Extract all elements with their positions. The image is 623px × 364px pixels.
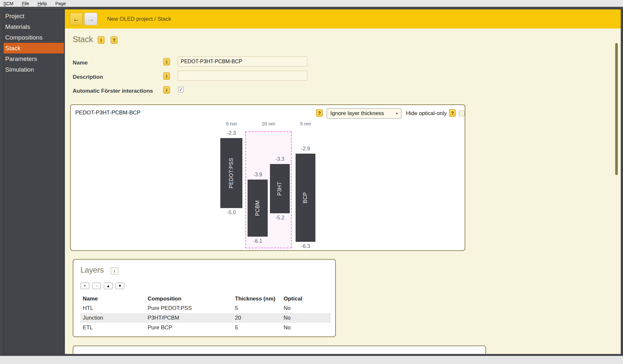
sidebar-item-parameters[interactable]: Parameters [4, 53, 64, 64]
move-layer-down-button[interactable]: ▼ [116, 283, 124, 289]
layer-name-label: PCBM [255, 200, 261, 216]
page-title: Stack [73, 35, 93, 44]
cell-name: ETL [80, 324, 145, 331]
energy-bottom-label-pcbm: -6.1 [241, 238, 274, 244]
stack-diagram-panel: PEDOT-P3HT-PCBM-BCP ? Ignore layer thick… [70, 104, 465, 251]
cell-name: Junction [80, 315, 145, 321]
breadcrumb: New OLED project / Stack [107, 9, 171, 29]
forster-checkbox[interactable]: ✓ [178, 87, 184, 92]
energy-top-label-p3ht: -3.3 [263, 156, 296, 162]
thickness-label: 20 nm [254, 121, 283, 127]
back-arrow-icon: ← [73, 15, 80, 23]
energy-top-label-bcp: -2.9 [289, 146, 322, 152]
menu-page[interactable]: Page [55, 1, 66, 6]
description-input[interactable] [178, 71, 307, 81]
energy-level-diagram: 5 nm20 nm5 nmPEDOT:PSS-2.3-5.0PCBM-3.9-6… [71, 105, 465, 250]
sidebar-item-materials[interactable]: Materials [4, 21, 64, 32]
name-input[interactable] [178, 56, 307, 66]
table-row-etl[interactable]: ETL Pure BCP 5 No [80, 323, 331, 333]
layers-title: Layers [80, 265, 104, 275]
col-header-thickness: Thickness (nm) [232, 296, 281, 302]
breadcrumb-bar: ← → New OLED project / Stack [65, 9, 621, 29]
menu-bar: SCM File Help Page [0, 0, 623, 7]
forward-arrow-icon: → [88, 15, 94, 23]
cell-optical: No [281, 315, 331, 321]
vertical-scrollbar-thumb[interactable] [615, 43, 618, 175]
cell-thickness: 20 [232, 315, 281, 321]
cell-thickness: 5 [232, 305, 281, 311]
col-header-composition: Composition [145, 296, 232, 302]
forward-button[interactable]: → [84, 13, 97, 25]
minus-icon: - [96, 284, 97, 288]
stack-info-button[interactable]: i [98, 36, 104, 44]
cell-composition: Pure PEDOT:PSS [145, 305, 232, 311]
info-icon: i [166, 88, 167, 93]
next-section-panel [73, 346, 486, 354]
layers-table-header: Name Composition Thickness (nm) Optical [80, 294, 331, 303]
sidebar-item-compositions[interactable]: Compositions [4, 32, 64, 43]
description-info-button[interactable]: i [163, 72, 170, 80]
sidebar-item-simulation[interactable]: Simulation [4, 64, 64, 75]
cell-thickness: 5 [232, 324, 281, 331]
col-header-name: Name [80, 296, 145, 302]
triangle-down-icon: ▼ [118, 284, 122, 288]
table-row-htl[interactable]: HTL Pure PEDOT:PSS 5 No [80, 303, 331, 313]
menu-file[interactable]: File [22, 1, 29, 6]
energy-bottom-label-bcp: -6.3 [289, 243, 322, 249]
remove-layer-button[interactable]: - [92, 283, 101, 289]
name-label: Name [73, 60, 88, 66]
thickness-label: 5 nm [291, 121, 320, 127]
main-content: Stack i ? Name i Description i Automatic… [65, 29, 621, 354]
sidebar-item-stack[interactable]: Stack [4, 43, 64, 53]
add-layer-button[interactable]: + [80, 283, 89, 289]
application-window: SCM File Help Page Project Materials Com… [0, 0, 623, 364]
layers-info-button[interactable]: i [111, 267, 118, 275]
forster-info-button[interactable]: i [163, 86, 170, 94]
col-header-optical: Optical [281, 296, 331, 302]
status-bar [0, 356, 623, 364]
thickness-label: 5 nm [217, 121, 246, 127]
energy-bar-p3ht[interactable]: P3HT [270, 164, 290, 213]
layer-name-label: PEDOT:PSS [228, 158, 234, 188]
energy-top-label-pcbm: -3.9 [241, 172, 274, 178]
info-icon: i [166, 74, 167, 79]
energy-top-label-pedot-pss: -2.3 [214, 130, 249, 136]
layers-panel: Layers i + - ▲ ▼ Name Composition Thickn… [73, 259, 336, 337]
table-row-junction[interactable]: Junction P3HT/PCBM 20 No [80, 313, 331, 323]
menu-help[interactable]: Help [38, 1, 47, 6]
layer-name-label: BCP [303, 192, 309, 203]
info-icon: i [166, 59, 167, 65]
move-layer-up-button[interactable]: ▲ [104, 283, 113, 289]
cell-composition: Pure BCP [145, 324, 232, 331]
sidebar-item-project[interactable]: Project [4, 11, 64, 21]
layer-name-label: P3HT [277, 182, 283, 196]
layers-table: Name Composition Thickness (nm) Optical … [80, 294, 331, 333]
cell-optical: No [281, 305, 331, 311]
check-icon: ✓ [179, 87, 183, 92]
energy-bottom-label-p3ht: -5.2 [263, 215, 296, 221]
energy-bar-bcp[interactable]: BCP [296, 154, 315, 242]
name-info-button[interactable]: i [163, 58, 170, 65]
energy-bar-pcbm[interactable]: PCBM [248, 180, 268, 237]
description-label: Description [73, 74, 103, 80]
triangle-up-icon: ▲ [106, 284, 110, 288]
cell-optical: No [281, 324, 331, 331]
plus-icon: + [84, 284, 86, 288]
stack-help-button[interactable]: ? [111, 36, 117, 44]
help-icon: ? [113, 38, 116, 43]
info-icon: i [114, 269, 115, 274]
energy-bar-pedot-pss[interactable]: PEDOT:PSS [220, 138, 242, 208]
forster-label: Automatic Förster interactions [73, 88, 153, 94]
cell-name: HTL [80, 305, 145, 311]
sidebar-nav: Project Materials Compositions Stack Par… [3, 9, 64, 354]
back-button[interactable]: ← [70, 13, 83, 25]
menu-scm[interactable]: SCM [3, 1, 13, 6]
energy-bottom-label-pedot-pss: -5.0 [214, 210, 249, 216]
info-icon: i [101, 38, 102, 43]
cell-composition: P3HT/PCBM [145, 315, 232, 321]
